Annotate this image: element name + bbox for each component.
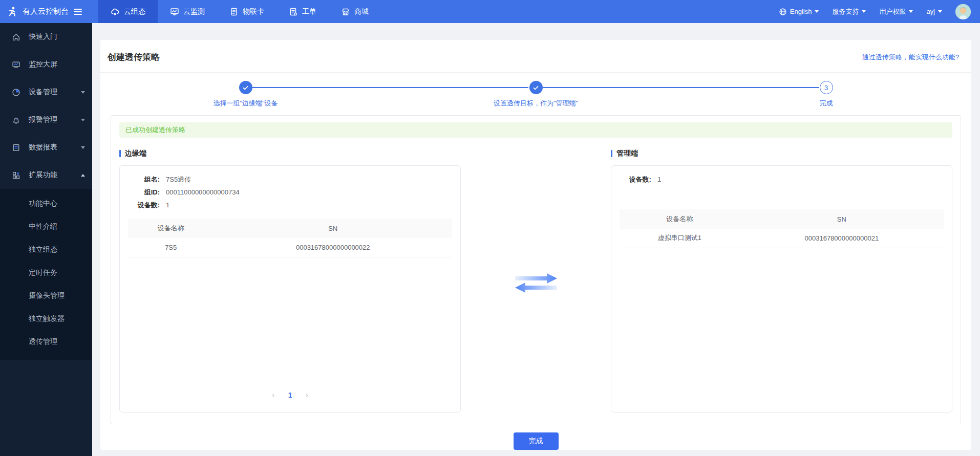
user-menu[interactable]: ayj [926,8,942,15]
edge-card: 组名: 7S5透传 组ID: 00011000000000000734 设备数:… [119,165,461,412]
big-screen-icon [11,60,20,69]
device-name-cell: 7S5 [128,238,214,257]
manage-section: 管理端 设备数: 1 设备名称 [611,149,952,417]
edge-device-table: 设备名称 SN 7S5 00031678000000000022 [128,219,452,257]
logo-icon [6,6,18,18]
column-header-sn: SN [740,209,944,229]
button-row: 完成 [100,432,971,450]
app-title: 有人云控制台 [23,7,69,16]
passthrough-help-link[interactable]: 通过透传策略，能实现什么功能? [862,53,959,62]
sidebar-item-extensions[interactable]: 扩展功能 [0,161,92,189]
sidebar-subitem-standalone-scada[interactable]: 独立组态 [0,238,92,261]
sidebar: 快速入门 监控大屏 设备管理 [0,23,92,456]
sidebar-item-label: 报警管理 [29,115,57,124]
device-sn-cell: 00031678000000000022 [214,238,452,257]
edge-section: 边缘端 组名: 7S5透传 组ID: 00011000000000000734 [119,149,461,417]
step-3: 3 完成 [681,81,971,108]
accent-bar [611,150,612,157]
home-icon [11,32,20,41]
page-number[interactable]: 1 [288,391,292,399]
group-id-value: 00011000000000000734 [166,186,240,199]
grid-apps-icon [11,170,20,180]
transfer-arrows-area [461,149,611,417]
work-order-icon [289,7,298,16]
sidebar-item-label: 数据报表 [29,143,57,152]
device-count-value: 1 [166,199,169,211]
sidebar-item-label: 监控大屏 [29,60,57,69]
storefront-icon [341,7,350,16]
support-label: 服务支持 [832,7,859,16]
section-title-text: 管理端 [616,149,638,158]
card-header: 创建透传策略 通过透传策略，能实现什么功能? [100,40,971,73]
sidebar-item-quick-start[interactable]: 快速入门 [0,23,92,51]
username-label: ayj [926,8,935,15]
sidebar-item-data-report[interactable]: 数据报表 [0,134,92,161]
sidebar-item-device-management[interactable]: 设备管理 [0,78,92,106]
chevron-down-icon [909,10,913,13]
nav-tab-label: 物联卡 [243,7,264,16]
top-navbar: 有人云控制台 云组态 云监测 [0,0,980,23]
sidebar-item-label: 设备管理 [29,88,57,97]
device-count-label: 设备数: [620,173,651,186]
nav-tab-cloud-scada[interactable]: 云组态 [98,0,158,23]
group-name-label: 组名: [128,173,160,186]
section-title-text: 边缘端 [125,149,146,158]
group-name-value: 7S5透传 [166,173,191,186]
device-count-row: 设备数: 1 [128,199,452,211]
sidebar-item-label: 快速入门 [29,32,57,41]
result-panel: 已成功创建透传策略 边缘端 组名: 7S5透传 [111,115,961,424]
table-header-row: 设备名称 SN [620,209,944,229]
language-selector[interactable]: English [779,8,819,16]
table-row: 虚拟串口测试1 00031678000000000021 [620,229,944,248]
chevron-down-icon [815,10,819,13]
main-content: 创建透传策略 通过透传策略，能实现什么功能? 选择一组"边缘端"设备 [92,23,980,456]
sidebar-subitem-scheduled-tasks[interactable]: 定时任务 [0,261,92,284]
sidebar-item-monitor-screen[interactable]: 监控大屏 [0,51,92,78]
accent-bar [119,150,121,157]
navbar-right: English 服务支持 用户权限 ayj [779,0,980,23]
success-message: 已成功创建透传策略 [119,122,952,138]
table-row: 7S5 00031678000000000022 [128,238,452,257]
sidebar-subitem-function-center[interactable]: 功能中心 [0,192,92,215]
menu-toggle-icon[interactable] [74,9,82,15]
prev-page-button[interactable]: ‹ [272,390,274,400]
avatar[interactable] [955,4,971,19]
nav-tab-work-order[interactable]: 工单 [276,0,329,23]
sidebar-item-alarm-management[interactable]: 报警管理 [0,106,92,134]
step-label: 选择一组"边缘端"设备 [213,99,278,108]
next-page-button[interactable]: › [305,390,308,400]
manage-section-title: 管理端 [611,149,952,158]
table-header-row: 设备名称 SN [128,219,452,238]
primary-nav: 云组态 云监测 物联卡 [98,0,381,23]
stepper: 选择一组"边缘端"设备 设置透传目标，作为"管理端" 3 完成 [100,73,971,115]
page-title: 创建透传策略 [108,51,160,63]
support-menu[interactable]: 服务支持 [832,7,866,16]
monitor-chart-icon [170,7,179,16]
device-count-row: 设备数: 1 [620,173,944,186]
group-name-row: 组名: 7S5透传 [128,173,452,186]
permissions-menu[interactable]: 用户权限 [879,7,913,16]
finish-button[interactable]: 完成 [514,432,559,450]
sidebar-subitem-passthrough-management[interactable]: 透传管理 [0,330,92,353]
nav-tab-iot-card[interactable]: 物联卡 [217,0,276,23]
step-check-icon [239,81,252,94]
nav-tab-label: 云组态 [124,7,145,16]
nav-tab-mall[interactable]: 商城 [329,0,381,23]
sidebar-item-label: 扩展功能 [29,170,57,180]
step-1: 选择一组"边缘端"设备 [100,81,391,108]
nav-tab-label: 工单 [302,7,316,16]
report-document-icon [11,143,20,152]
sidebar-subitem-camera-management[interactable]: 摄像头管理 [0,284,92,307]
step-2: 设置透传目标，作为"管理端" [391,81,681,108]
manage-card: 设备数: 1 设备名称 SN [611,165,952,412]
nav-tab-label: 商城 [354,7,369,16]
column-header-device-name: 设备名称 [128,219,214,238]
bidirectional-transfer-icon [514,272,558,294]
nav-tab-cloud-monitor[interactable]: 云监测 [158,0,217,23]
column-header-device-name: 设备名称 [620,209,740,229]
column-header-sn: SN [214,219,452,238]
cloud-icon [111,7,120,16]
sidebar-subitem-neutral-intro[interactable]: 中性介绍 [0,215,92,238]
chevron-up-icon [81,174,85,177]
sidebar-subitem-standalone-trigger[interactable]: 独立触发器 [0,307,92,330]
